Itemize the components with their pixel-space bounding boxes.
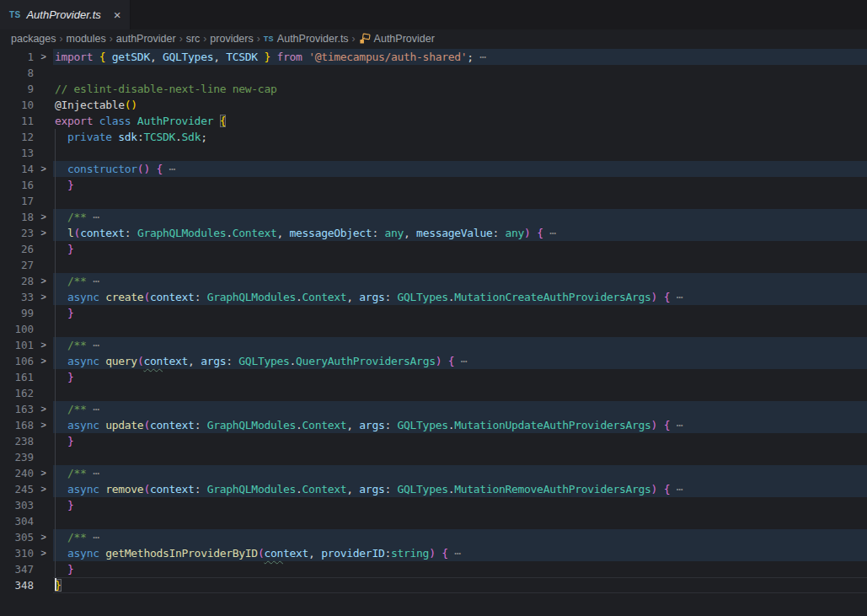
code-text[interactable]: private sdk:TCSDK.Sdk; — [53, 129, 867, 145]
close-icon[interactable]: × — [114, 8, 121, 21]
code-line-26: 26 } — [0, 241, 867, 257]
fold-chevron-icon[interactable]: > — [34, 545, 53, 561]
code-token: { — [657, 291, 670, 303]
code-text[interactable]: /** ⋯ — [53, 273, 867, 289]
code-text[interactable]: } — [53, 305, 867, 321]
code-text[interactable]: async update(context: GraphQLModules.Con… — [53, 417, 867, 433]
code-token: GraphQLModules — [137, 227, 226, 239]
breadcrumb-item-authprovider[interactable]: AuthProvider — [359, 33, 435, 45]
fold-gutter — [34, 145, 53, 161]
breadcrumb-item-authprovider[interactable]: authProvider — [116, 33, 176, 45]
code-text[interactable] — [53, 321, 867, 337]
code-token: , — [308, 547, 321, 560]
fold-chevron-icon[interactable]: > — [34, 401, 53, 417]
fold-chevron-icon[interactable]: > — [34, 337, 53, 353]
code-text[interactable]: } — [53, 369, 867, 385]
breadcrumb-item-src[interactable]: src — [186, 33, 201, 45]
fold-chevron-icon[interactable]: > — [34, 161, 53, 177]
code-line-18: 18> /** ⋯ — [0, 209, 867, 225]
code-token: ⋯ — [454, 355, 467, 367]
indent-guide — [55, 481, 56, 497]
code-line-10: 10@Injectable() — [0, 97, 867, 113]
fold-chevron-icon[interactable]: > — [34, 209, 53, 225]
code-token: async — [67, 483, 105, 495]
code-token: () — [137, 163, 150, 175]
code-text[interactable]: import { getSDK, GQLTypes, TCSDK } from … — [53, 49, 867, 65]
code-text[interactable]: async create(context: GraphQLModules.Con… — [53, 289, 867, 305]
code-token: : — [372, 227, 384, 239]
breadcrumb-item-packages[interactable]: packages — [11, 33, 56, 45]
code-token: '@timecampus/auth-shared' — [308, 51, 467, 63]
code-token: args — [359, 483, 384, 495]
fold-chevron-icon[interactable]: > — [34, 289, 53, 305]
code-text[interactable]: async remove(context: GraphQLModules.Con… — [53, 481, 867, 497]
code-text[interactable]: /** ⋯ — [53, 529, 867, 545]
line-number: 168 — [0, 417, 34, 433]
code-token — [55, 339, 67, 351]
fold-chevron-icon[interactable]: > — [34, 465, 53, 481]
code-token: ⋯ — [670, 483, 682, 495]
code-text[interactable] — [53, 65, 867, 81]
fold-chevron-icon[interactable]: > — [34, 225, 53, 241]
code-text[interactable]: /** ⋯ — [53, 209, 867, 225]
code-text[interactable]: } — [53, 433, 867, 449]
indent-guide — [55, 241, 56, 257]
breadcrumb-item-authprovider-ts[interactable]: TSAuthProvider.ts — [264, 33, 349, 45]
indent-guide — [55, 401, 56, 417]
code-token: ; — [467, 51, 474, 63]
fold-chevron-icon[interactable]: > — [34, 273, 53, 289]
code-text[interactable] — [53, 449, 867, 465]
code-text[interactable]: } — [53, 561, 867, 577]
line-number: 11 — [0, 113, 34, 129]
code-text[interactable]: async query(context, args: GQLTypes.Quer… — [53, 353, 867, 369]
fold-chevron-icon[interactable]: > — [34, 529, 53, 545]
line-number: 26 — [0, 241, 34, 257]
code-text[interactable] — [53, 513, 867, 529]
tab-authprovider-ts[interactable]: TS AuthProvider.ts × — [0, 0, 131, 29]
code-text[interactable]: l(context: GraphQLModules.Context, messa… — [53, 225, 867, 241]
code-text[interactable]: /** ⋯ — [53, 401, 867, 417]
code-token — [55, 227, 67, 239]
code-text[interactable]: @Injectable() — [53, 97, 867, 113]
fold-chevron-icon[interactable]: > — [34, 481, 53, 497]
line-number: 14 — [0, 161, 34, 177]
code-text[interactable]: /** ⋯ — [53, 337, 867, 353]
fold-gutter — [34, 113, 53, 129]
code-area[interactable]: 1>import { getSDK, GQLTypes, TCSDK } fro… — [0, 48, 867, 616]
breadcrumb-item-modules[interactable]: modules — [67, 33, 106, 45]
fold-chevron-icon[interactable]: > — [34, 353, 53, 369]
breadcrumb-separator: › — [257, 33, 260, 45]
code-line-13: 13 — [0, 145, 867, 161]
code-token: . — [290, 355, 297, 367]
code-token: { — [657, 483, 670, 495]
fold-chevron-icon[interactable]: > — [34, 49, 53, 65]
code-text[interactable] — [53, 145, 867, 161]
breadcrumb-label: authProvider — [116, 33, 176, 45]
code-text[interactable] — [53, 193, 867, 209]
code-line-17: 17 — [0, 193, 867, 209]
code-text[interactable]: /** ⋯ — [53, 465, 867, 481]
breadcrumb-item-providers[interactable]: providers — [210, 33, 253, 45]
code-text[interactable]: async getMethodsInProviderByID(context, … — [53, 545, 867, 561]
code-token: } — [55, 563, 74, 576]
fold-chevron-icon[interactable]: > — [34, 417, 53, 433]
code-text[interactable]: } — [53, 497, 867, 513]
code-token: ; — [201, 131, 207, 143]
indent-guide — [55, 337, 56, 353]
code-text[interactable]: } — [53, 177, 867, 193]
code-token: ⋯ — [670, 419, 682, 431]
code-text[interactable]: // eslint-disable-next-line new-cap — [53, 81, 867, 97]
fold-gutter — [34, 577, 53, 593]
code-line-305: 305> /** ⋯ — [0, 529, 867, 545]
code-token: context — [150, 291, 195, 303]
code-text[interactable]: constructor() { ⋯ — [53, 161, 867, 177]
line-number: 1 — [0, 49, 34, 65]
code-text[interactable] — [53, 257, 867, 273]
code-text[interactable]: export class AuthProvider { — [53, 113, 867, 129]
line-number: 162 — [0, 385, 34, 401]
line-number: 305 — [0, 529, 34, 545]
code-token: . — [296, 291, 302, 303]
code-text[interactable] — [53, 385, 867, 401]
code-text[interactable]: } — [53, 577, 867, 593]
code-text[interactable]: } — [53, 241, 867, 257]
